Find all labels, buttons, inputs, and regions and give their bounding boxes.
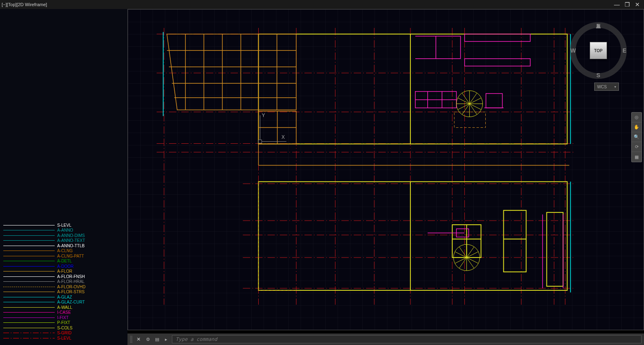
legend-row[interactable]: A-FLOR-OVHD	[3, 284, 86, 290]
legend-label: A-ANNO	[57, 228, 73, 232]
legend-row[interactable]: S-COLS	[3, 325, 86, 331]
svg-rect-41	[454, 112, 486, 128]
legend-row[interactable]: A-ANNO-TTLB	[3, 243, 86, 248]
legend-row[interactable]: A-GLAZ	[3, 294, 86, 300]
lower-stair	[454, 244, 480, 271]
svg-line-60	[462, 93, 470, 104]
legend-row[interactable]: A-FLOR	[3, 269, 86, 274]
svg-line-53	[470, 104, 481, 110]
legend-row[interactable]: A-CLNG	[3, 248, 86, 254]
legend-row[interactable]: A-FLOR-HRAL	[3, 279, 86, 285]
legend-row[interactable]: A-DOOR	[3, 264, 86, 269]
legend-row[interactable]: A-WALL	[3, 305, 86, 310]
legend-label: A-GLAZ-CURT	[57, 300, 85, 304]
compass-e[interactable]: E	[623, 47, 626, 54]
legend-swatch	[3, 230, 55, 230]
legend-swatch	[3, 322, 55, 323]
legend-label: A-FLOR-FNSH	[57, 274, 85, 279]
compass-s[interactable]: S	[596, 72, 600, 78]
svg-line-57	[458, 104, 470, 110]
legend-label: A-CLNG	[57, 248, 73, 253]
drawing-canvas[interactable]: Y X	[128, 9, 644, 330]
command-bar: ✕ ⚙ ▤ ▸	[127, 334, 644, 345]
svg-line-62	[470, 93, 477, 104]
orbit-icon[interactable]: ⟳	[632, 142, 642, 152]
legend-swatch	[3, 240, 55, 241]
svg-rect-43	[465, 34, 530, 41]
legend-label: I-CASE	[57, 310, 71, 315]
legend-row[interactable]: A-GLAZ-CURT	[3, 300, 86, 305]
legend-label: A-FLOR	[57, 269, 72, 274]
upper-stair	[456, 91, 483, 117]
legend-row[interactable]: A-ANNO-DIMS	[3, 233, 86, 238]
svg-rect-71	[547, 212, 563, 286]
legend-swatch	[3, 246, 55, 246]
compass-n[interactable]: N	[596, 23, 600, 29]
svg-line-54	[470, 104, 477, 115]
legend-swatch	[3, 256, 55, 256]
legend-label: S-GRID	[57, 331, 72, 335]
legend-swatch	[3, 287, 55, 287]
legend-label: S-COLS	[57, 326, 72, 330]
legend-swatch	[3, 261, 55, 261]
cmdbar-customize-icon[interactable]: ⚙	[145, 336, 151, 343]
svg-line-90	[467, 252, 478, 258]
s-grid-lines	[157, 28, 575, 305]
compass-w[interactable]: W	[570, 47, 576, 54]
showmotion-icon[interactable]: ▦	[632, 152, 642, 162]
svg-rect-50	[486, 94, 503, 108]
drawing-viewport[interactable]: Y X N S E W TOP WCS ◎ ✋ 🔍 ⟳ ▦	[127, 9, 644, 330]
legend-swatch	[3, 333, 55, 333]
zoom-icon[interactable]: 🔍	[632, 132, 642, 142]
navigation-bar: ◎ ✋ 🔍 ⟳ ▦	[631, 112, 642, 162]
legend-swatch	[3, 317, 55, 318]
minimize-button[interactable]: —	[612, 1, 621, 8]
upper-ovhd	[454, 112, 486, 128]
viewport-label[interactable]: [−][Top][2D Wireframe]	[2, 2, 47, 7]
pan-icon[interactable]: ✋	[632, 122, 642, 132]
legend-row[interactable]: A-ANNO-TEXT	[3, 238, 86, 244]
wcs-dropdown[interactable]: WCS	[594, 83, 619, 91]
viewcube[interactable]: N S E W TOP	[570, 22, 627, 79]
legend-row[interactable]: A-CLNG-PATT	[3, 253, 86, 259]
viewcube-face[interactable]: TOP	[590, 42, 607, 59]
nav-wheel-icon[interactable]: ◎	[632, 113, 642, 122]
legend-row[interactable]: P-FIXT	[3, 320, 86, 326]
svg-rect-24	[258, 34, 567, 144]
svg-line-56	[462, 104, 470, 115]
legend-row[interactable]: S-LEVL	[3, 223, 86, 228]
wcs-label: WCS	[597, 85, 607, 89]
legend-row[interactable]: S-GRID	[3, 331, 86, 336]
maximize-button[interactable]: ❐	[623, 1, 632, 8]
svg-line-59	[458, 98, 470, 104]
legend-row[interactable]: A-FLOR-FNSH	[3, 274, 86, 279]
command-input[interactable]	[172, 335, 642, 343]
legend-label: A-ANNO-DIMS	[57, 233, 85, 238]
cmdbar-recent-icon[interactable]: ▤	[154, 336, 160, 343]
svg-rect-93	[258, 140, 262, 143]
legend-label: S-LEVL	[57, 223, 71, 228]
cmdbar-close-icon[interactable]: ✕	[135, 336, 142, 342]
legend-row[interactable]: I-CASE	[3, 310, 86, 315]
ucs-x-label: X	[281, 134, 285, 140]
legend-label: A-GLAZ	[57, 295, 72, 299]
legend-label: A-CLNG-PATT	[57, 254, 84, 258]
upper-flor	[167, 34, 569, 165]
svg-line-84	[455, 258, 467, 263]
legend-swatch	[3, 338, 55, 338]
lower-case	[428, 214, 563, 288]
left-panel: S-LEVLA-ANNOA-ANNO-DIMSA-ANNO-TEXTA-ANNO…	[0, 9, 127, 345]
lower-walls	[258, 182, 567, 290]
legend-row[interactable]: I-FIXT	[3, 315, 86, 320]
legend-row[interactable]: A-DETL	[3, 259, 86, 264]
legend-swatch	[3, 281, 55, 282]
legend-row[interactable]: A-ANNO	[3, 228, 86, 233]
close-button[interactable]: ✕	[633, 1, 642, 8]
legend-label: A-FLOR-STRS	[57, 290, 85, 294]
legend-swatch	[3, 225, 55, 225]
cmdbar-handle[interactable]	[130, 336, 132, 343]
legend-row[interactable]: S-LEVL	[3, 336, 86, 341]
window-controls: — ❐ ✕	[612, 1, 644, 8]
cmdbar-prompt-icon: ▸	[163, 336, 169, 343]
legend-row[interactable]: A-FLOR-STRS	[3, 290, 86, 295]
